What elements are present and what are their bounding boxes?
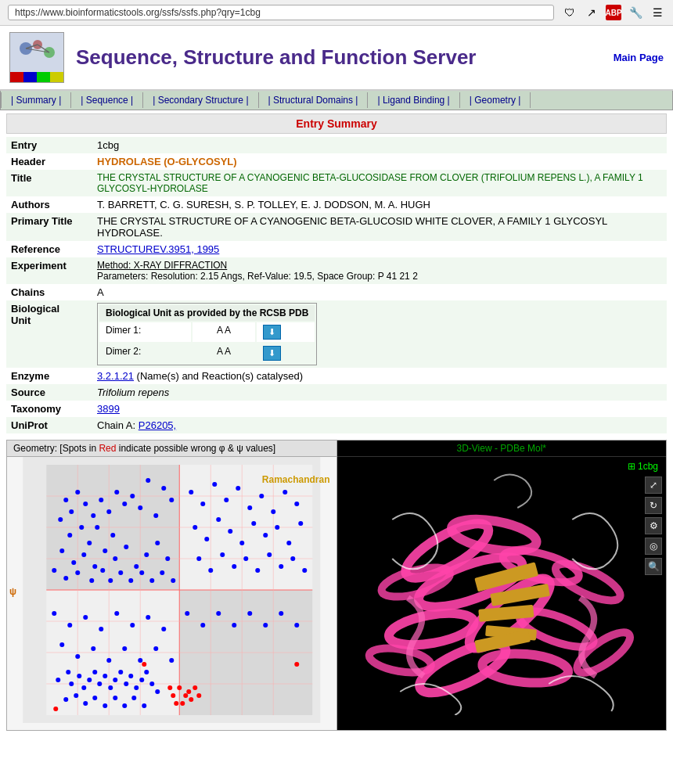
view3d-btn-expand[interactable]: ⤢: [645, 477, 662, 494]
geometry-red-text: Red: [99, 443, 116, 454]
label-reference: Reference: [6, 241, 92, 257]
svg-point-137: [108, 685, 113, 690]
svg-point-168: [53, 707, 58, 711]
svg-point-49: [161, 486, 166, 491]
svg-point-100: [267, 552, 272, 557]
svg-point-134: [92, 670, 97, 674]
svg-point-78: [236, 486, 240, 491]
svg-point-140: [124, 682, 128, 686]
svg-point-141: [128, 674, 133, 678]
svg-point-36: [79, 525, 84, 530]
scatter-plot: [7, 457, 336, 723]
params-text: Parameters: Resolution: 2.15 Angs, Ref-V…: [97, 271, 418, 282]
svg-point-114: [216, 611, 221, 616]
svg-point-133: [87, 678, 92, 682]
svg-point-40: [106, 509, 111, 514]
svg-point-52: [71, 560, 76, 565]
dimer2-download-btn[interactable]: ⬇: [263, 346, 281, 361]
svg-point-64: [75, 570, 80, 575]
view3d-btn-rotate[interactable]: ↻: [645, 497, 662, 514]
svg-point-87: [228, 529, 232, 534]
svg-point-71: [149, 578, 154, 583]
view3d-btn-zoom[interactable]: 🔍: [645, 558, 662, 575]
dimer1-download-btn[interactable]: ⬇: [263, 325, 281, 340]
row-primary-title: Primary Title THE CRYSTAL STRUCTURE OF A…: [6, 213, 667, 241]
svg-point-152: [113, 696, 117, 700]
svg-point-56: [113, 556, 117, 561]
svg-point-45: [130, 494, 135, 498]
taxonomy-link[interactable]: 3899: [97, 403, 120, 415]
svg-point-156: [171, 693, 175, 698]
svg-point-61: [165, 556, 170, 561]
label-taxonomy: Taxonomy: [6, 401, 92, 417]
row-chains: Chains A: [6, 284, 667, 300]
tab-structural-domains[interactable]: | Structural Domains |: [259, 92, 369, 108]
dimer2-row: Dimer 2: A A ⬇: [99, 343, 315, 363]
tab-secondary-structure[interactable]: | Secondary Structure |: [143, 92, 258, 108]
svg-point-73: [171, 578, 175, 583]
browser-icons: 🛡 ↗ ABP 🔧 ☰: [562, 5, 665, 20]
svg-point-157: [177, 685, 182, 690]
tab-geometry[interactable]: | Geometry |: [460, 92, 531, 108]
svg-point-41: [114, 490, 119, 494]
svg-point-116: [247, 611, 252, 616]
value-enzyme: 3.2.1.21 (Name(s) and Reaction(s) cataly…: [92, 368, 667, 384]
geometry-subtitle: [Spots in: [59, 443, 99, 454]
geometry-title: Geometry: [Spots in Red indicate possibl…: [7, 441, 336, 457]
svg-point-89: [251, 521, 256, 526]
geometry-plot-container: Ramachandran ψ: [7, 457, 336, 725]
view3d-btn-center[interactable]: ◎: [645, 538, 662, 555]
menu-icon[interactable]: ☰: [650, 5, 665, 20]
svg-point-44: [110, 533, 115, 538]
svg-point-74: [189, 490, 193, 494]
reference-link[interactable]: STRUCTUREV.3951, 1995: [97, 243, 219, 255]
svg-point-58: [134, 564, 139, 569]
dimer2-download[interactable]: ⬇: [257, 343, 315, 363]
tab-summary[interactable]: | Summary |: [1, 92, 71, 108]
value-title: THE CRYSTAL STRUCTURE OF A CYANOGENIC BE…: [92, 170, 667, 196]
svg-point-99: [255, 568, 260, 573]
svg-point-83: [294, 502, 299, 506]
svg-rect-11: [50, 72, 63, 82]
dimer2-label: Dimer 2:: [99, 343, 191, 363]
bio-unit-header: Biological Unit as provided by the RCSB …: [99, 305, 315, 321]
svg-point-115: [232, 623, 236, 628]
value-header: HYDROLASE (O-GLYCOSYL): [92, 153, 667, 170]
label-primary-title: Primary Title: [6, 213, 92, 241]
svg-point-38: [87, 541, 92, 545]
tab-sequence[interactable]: | Sequence |: [71, 92, 143, 108]
main-content: Entry Summary Entry 1cbg Header HYDROLAS…: [0, 110, 673, 734]
extension-icon[interactable]: 🔧: [628, 5, 643, 20]
svg-point-123: [106, 658, 111, 663]
svg-point-132: [81, 685, 86, 690]
label-chains: Chains: [6, 284, 92, 300]
abp-icon[interactable]: ABP: [606, 5, 621, 20]
dimer1-download[interactable]: ⬇: [257, 322, 315, 342]
svg-point-77: [224, 498, 229, 502]
enzyme-description: (Name(s) and Reaction(s) catalysed): [134, 370, 303, 382]
svg-point-96: [220, 552, 225, 557]
tab-ligand-binding[interactable]: | Ligand Binding |: [368, 92, 459, 108]
address-bar[interactable]: https://www.bioinformaticstools.org/ssfs…: [8, 5, 554, 20]
dimer2-chains: A A: [193, 343, 255, 363]
uniprot-link[interactable]: P26205,: [139, 419, 176, 431]
svg-point-110: [146, 615, 150, 620]
main-page-link[interactable]: Main Page: [614, 52, 664, 63]
row-bio-unit: BiologicalUnit Biological Unit as provid…: [6, 300, 667, 368]
svg-point-112: [185, 611, 189, 616]
svg-point-121: [75, 654, 80, 659]
svg-point-120: [59, 642, 64, 647]
svg-point-104: [52, 611, 56, 616]
svg-point-159: [174, 701, 178, 706]
row-entry: Entry 1cbg: [6, 137, 667, 153]
view3d-btn-settings[interactable]: ⚙: [645, 517, 662, 534]
value-chains: A: [92, 284, 667, 300]
browser-chrome: https://www.bioinformaticstools.org/ssfs…: [0, 0, 673, 26]
cursor-icon: ↗: [584, 5, 599, 20]
shield-icon[interactable]: 🛡: [562, 5, 578, 20]
enzyme-link[interactable]: 3.2.1.21: [97, 370, 134, 382]
row-enzyme: Enzyme 3.2.1.21 (Name(s) and Reaction(s)…: [6, 368, 667, 384]
nav-tabs: | Summary | | Sequence | | Secondary Str…: [0, 91, 673, 110]
svg-point-42: [122, 502, 127, 506]
view3d-controls: ⤢ ↻ ⚙ ◎ 🔍: [645, 477, 662, 575]
